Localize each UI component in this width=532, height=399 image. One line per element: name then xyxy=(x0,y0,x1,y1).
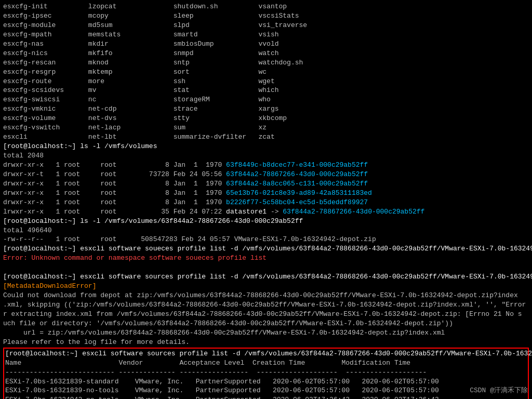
cmd-line-7: esxcfg-rescan mknod sntp watchdog.sh xyxy=(3,58,529,68)
uch-file: uch file or directory: '/vmfs/volumes/63… xyxy=(3,319,529,328)
cmd-line-14: esxcfg-vswitch net-lacp sum xz xyxy=(3,123,529,132)
watermark: CSDN @汗滴禾下除 xyxy=(470,385,528,395)
cmd-line-11: esxcfg-swiscsi nc storageRM who xyxy=(3,95,529,104)
dir-entry-6: lrwxr-xr-x 1 root root 35 Feb 24 07:22 d… xyxy=(3,207,529,217)
dir-entry-4: drwxr-xr-x 1 root root 8 Jan 1 1970 65e1… xyxy=(3,189,529,198)
cmd-line-8: esxcfg-resgrp mktemp sort wc xyxy=(3,68,529,77)
table-separator: --------------------------- ------------… xyxy=(5,368,527,377)
xml-skip: .xml, skipping (('zip:/vmfs/volumes/63f8… xyxy=(3,300,529,310)
file-entry: -rw-r--r-- 1 root root 508547283 Feb 24 … xyxy=(3,235,529,244)
dir-entry-1: drwxr-xr-x 1 root root 8 Jan 1 1970 63f8… xyxy=(3,161,529,170)
ls-vmfs-cmd: [root@localhost:~] ls -l /vmfs/volumes xyxy=(3,142,529,151)
cmd-line-4: esxcfg-mpath memstats smartd vsish xyxy=(3,30,529,39)
cmd-line-2: esxcfg-ipsec mcopy sleep vscsiStats xyxy=(3,11,529,21)
url-line: url = zip:/vmfs/volumes/63f844a2-7886826… xyxy=(3,328,529,338)
table-row-3: ESXi-7.0bs-16324942-no-tools VMware, Inc… xyxy=(5,395,527,399)
table-row-1: ESXi-7.0bs-16321839-standard VMware, Inc… xyxy=(5,377,527,387)
cmd-line-9: esxcfg-route more ssh wget xyxy=(3,77,529,86)
highlighted-cmd: [root@localhost:~] esxcli software sourc… xyxy=(5,349,527,358)
cmd-line-12: esxcfg-vmknic net-cdp strace xargs xyxy=(3,104,529,114)
cmd-sources: [root@localhost:~] esxcli software sourc… xyxy=(3,272,529,282)
cmd-line-10: esxcfg-scsidevs mv stat which xyxy=(3,86,529,95)
blank1 xyxy=(3,263,529,272)
metadata-error: [MetadataDownloadError] xyxy=(3,282,529,291)
table-header: Name Vendor Acceptance Level Creation Ti… xyxy=(5,358,527,368)
please-refer: Please refer to the log file for more de… xyxy=(3,338,529,347)
table-row-2: ESXi-7.0bs-16321839-no-tools VMware, Inc… xyxy=(5,386,527,395)
dir-entry-5: drwxr-xr-x 1 root root 8 Jan 1 1970 b222… xyxy=(3,198,529,207)
error-soueces: Error: Unknown command or namespace soft… xyxy=(3,254,529,263)
ls-specific-cmd: [root@localhost:~] ls -l /vmfs/volumes/6… xyxy=(3,217,529,226)
terminal: esxcfg-init lzopcat shutdown.sh vsantop … xyxy=(0,0,532,399)
cmd-line-5: esxcfg-nas mkdir smbiosDump vvold xyxy=(3,39,529,49)
extract: r extracting index.xml from /vmfs/volume… xyxy=(3,310,529,319)
highlighted-section: [root@localhost:~] esxcli software sourc… xyxy=(3,348,529,399)
could-not: Could not download from depot at zip:/vm… xyxy=(3,291,529,300)
cmd-soueces: [root@localhost:~] esxcli software souec… xyxy=(3,244,529,254)
total-2048: total 2048 xyxy=(3,151,529,161)
cmd-line-3: esxcfg-module md5sum slpd vsi_traverse xyxy=(3,21,529,30)
dir-entry-3: drwxr-xr-x 1 root root 8 Jan 1 1970 63f8… xyxy=(3,179,529,189)
total-496640: total 496640 xyxy=(3,226,529,235)
cmd-line-15: esxcli net-lbt summarize-dvfilter zcat xyxy=(3,132,529,142)
cmd-line-6: esxcfg-nics mkfifo snmpd watch xyxy=(3,49,529,58)
cmd-line-1: esxcfg-init lzopcat shutdown.sh vsantop xyxy=(3,2,529,11)
dir-entry-2: drwxr-xr-t 1 root root 73728 Feb 24 05:5… xyxy=(3,170,529,179)
cmd-line-13: esxcfg-volume net-dvs stty xkbcomp xyxy=(3,114,529,123)
